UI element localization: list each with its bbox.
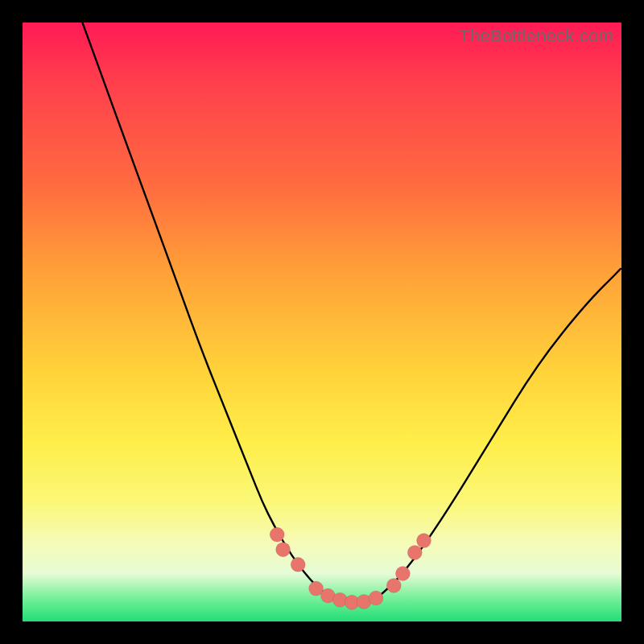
marker-dot (291, 557, 305, 572)
curve-layer (23, 23, 621, 621)
plot-area: TheBottleneck.com (23, 23, 621, 621)
marker-group (270, 527, 431, 609)
marker-dot (270, 527, 284, 542)
outer-frame: TheBottleneck.com (0, 0, 644, 644)
marker-dot (395, 567, 410, 581)
bottleneck-curve (82, 23, 621, 603)
marker-dot (407, 545, 422, 559)
marker-dot (276, 543, 291, 557)
marker-dot (417, 534, 431, 548)
marker-dot (386, 578, 401, 592)
marker-dot (369, 591, 383, 605)
